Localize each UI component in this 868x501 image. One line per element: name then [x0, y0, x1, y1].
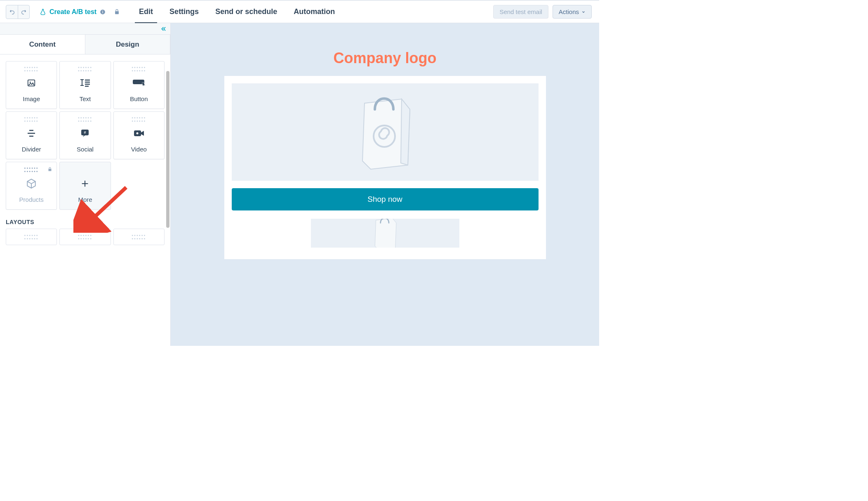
- email-canvas[interactable]: Company logo Shop now: [171, 23, 599, 346]
- svg-point-8: [136, 132, 138, 135]
- company-logo-placeholder[interactable]: Company logo: [224, 31, 546, 76]
- shopping-bag-icon: [348, 91, 422, 173]
- svg-text:i: i: [102, 10, 103, 14]
- block-label: Image: [23, 95, 40, 102]
- hero-image-placeholder[interactable]: [232, 83, 539, 181]
- image-icon: [26, 78, 37, 87]
- ab-test-label: Create A/B test: [49, 8, 96, 16]
- undo-icon: [9, 9, 15, 15]
- social-icon: #: [80, 129, 90, 138]
- content-block-grid: •••••••••••• Image •••••••••••• Text •••…: [6, 61, 165, 210]
- grip-icon: ••••••••••••: [132, 66, 146, 71]
- grip-icon: ••••••••••••: [78, 66, 92, 71]
- flask-icon: [40, 8, 46, 16]
- block-label: Social: [77, 146, 94, 153]
- undo-button[interactable]: [6, 5, 18, 19]
- email-preview: Company logo Shop now: [224, 31, 546, 259]
- plus-icon: [80, 179, 89, 188]
- block-label: More: [78, 196, 92, 203]
- shopping-bag-icon: [367, 219, 404, 248]
- block-label: Products: [19, 196, 44, 203]
- sidebar-body: •••••••••••• Image •••••••••••• Text •••…: [0, 54, 170, 346]
- text-icon: [79, 78, 91, 87]
- block-image[interactable]: •••••••••••• Image: [6, 61, 57, 109]
- grip-icon: ••••••••••••: [24, 166, 39, 171]
- redo-icon: [21, 9, 27, 15]
- send-test-email-button[interactable]: Send test email: [493, 5, 548, 19]
- shop-now-button[interactable]: Shop now: [232, 188, 539, 210]
- block-social[interactable]: •••••••••••• # Social: [59, 111, 111, 159]
- layout-grid: •••••••••••• •••••••••••• ••••••••••••: [6, 229, 165, 245]
- layout-option[interactable]: ••••••••••••: [6, 229, 57, 245]
- divider-icon: [26, 129, 37, 137]
- grip-icon: [84, 166, 86, 171]
- collapse-sidebar-button[interactable]: [0, 23, 170, 35]
- block-label: Divider: [22, 146, 41, 153]
- left-sidebar: Content Design •••••••••••• Image ••••••…: [0, 23, 171, 346]
- block-divider[interactable]: •••••••••••• Divider: [6, 111, 57, 159]
- create-ab-test-link[interactable]: Create A/B test i: [40, 8, 106, 16]
- grip-icon: ••••••••••••: [132, 116, 146, 121]
- sidebar-scrollbar[interactable]: [166, 71, 169, 228]
- info-icon: i: [100, 9, 106, 15]
- layouts-heading: LAYOUTS: [6, 219, 165, 225]
- tab-automation[interactable]: Automation: [294, 0, 335, 24]
- svg-point-3: [30, 82, 31, 83]
- lock-icon: [47, 166, 52, 172]
- top-right-buttons: Send test email Actions: [493, 5, 592, 19]
- top-toolbar: Create A/B test i Edit Settings Send or …: [0, 0, 599, 23]
- block-more[interactable]: More: [59, 162, 111, 210]
- tab-edit[interactable]: Edit: [139, 0, 153, 24]
- editor-nav-tabs: Edit Settings Send or schedule Automatio…: [139, 0, 486, 24]
- main-area: Content Design •••••••••••• Image ••••••…: [0, 23, 599, 346]
- redo-button[interactable]: [18, 5, 29, 19]
- grip-icon: ••••••••••••: [24, 234, 39, 240]
- actions-dropdown[interactable]: Actions: [553, 5, 592, 19]
- sidebar-tab-content[interactable]: Content: [0, 35, 85, 54]
- email-body-card: Shop now: [224, 76, 546, 259]
- sidebar-tabs: Content Design: [0, 35, 170, 54]
- block-text[interactable]: •••••••••••• Text: [59, 61, 111, 109]
- grip-icon: ••••••••••••: [78, 234, 92, 240]
- block-label: Video: [131, 146, 147, 153]
- block-products[interactable]: •••••••••••• Products: [6, 162, 57, 210]
- undo-redo-group: [6, 5, 30, 19]
- chevron-down-icon: [581, 10, 586, 14]
- video-icon: [133, 129, 145, 137]
- svg-text:#: #: [84, 130, 86, 135]
- sidebar-tab-design[interactable]: Design: [85, 35, 171, 54]
- lock-icon: [114, 8, 120, 15]
- grip-icon: ••••••••••••: [132, 234, 146, 240]
- layout-option[interactable]: ••••••••••••: [113, 229, 165, 245]
- block-video[interactable]: •••••••••••• Video: [113, 111, 165, 159]
- secondary-image-placeholder[interactable]: [311, 219, 459, 248]
- grip-icon: ••••••••••••: [24, 66, 39, 71]
- chevron-double-left-icon: [160, 26, 167, 32]
- button-icon: [132, 78, 146, 87]
- block-label: Text: [80, 95, 91, 102]
- grip-icon: ••••••••••••: [24, 116, 39, 121]
- block-label: Button: [130, 95, 148, 102]
- layout-option[interactable]: ••••••••••••: [59, 229, 111, 245]
- block-button[interactable]: •••••••••••• Button: [113, 61, 165, 109]
- package-icon: [26, 178, 37, 189]
- grip-icon: ••••••••••••: [78, 116, 92, 121]
- tab-send-or-schedule[interactable]: Send or schedule: [215, 0, 277, 24]
- tab-settings[interactable]: Settings: [169, 0, 199, 24]
